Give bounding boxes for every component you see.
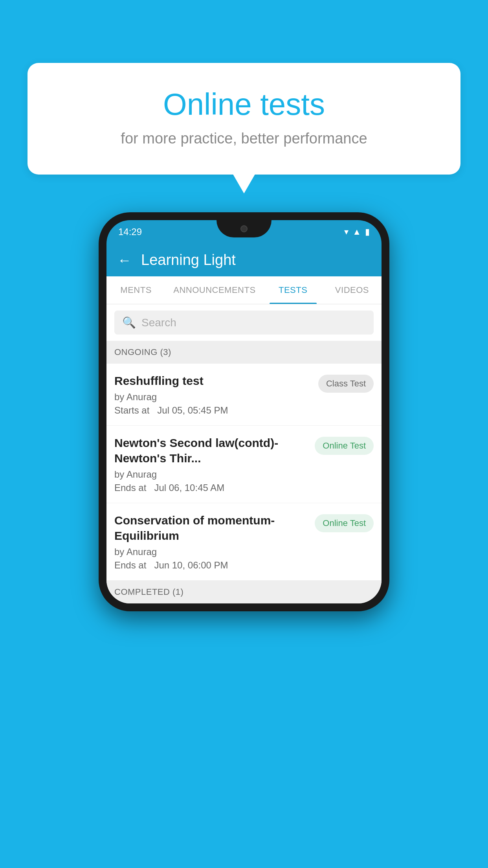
speech-bubble-container: Online tests for more practice, better p… — [28, 63, 460, 175]
bubble-subtitle: for more practice, better performance — [59, 130, 429, 147]
notch-cutout — [216, 220, 272, 237]
test-item-reshuffling[interactable]: Reshuffling test by Anurag Starts at Jul… — [106, 364, 382, 426]
phone-screen: ← Learning Light MENTS ANNOUNCEMENTS TES… — [106, 244, 382, 603]
back-button[interactable]: ← — [117, 252, 132, 268]
tab-tests[interactable]: TESTS — [264, 276, 323, 304]
tab-ments[interactable]: MENTS — [106, 276, 165, 304]
test-badge-newtons: Online Test — [315, 437, 374, 455]
test-author-reshuffling: by Anurag — [114, 392, 312, 403]
battery-icon: ▮ — [365, 227, 370, 237]
test-item-conservation[interactable]: Conservation of momentum-Equilibrium by … — [106, 503, 382, 581]
test-name-conservation: Conservation of momentum-Equilibrium — [114, 513, 308, 543]
tabs-container: MENTS ANNOUNCEMENTS TESTS VIDEOS — [106, 276, 382, 304]
status-bar: 14:29 ▾ ▲ ▮ — [106, 220, 382, 244]
status-icons: ▾ ▲ ▮ — [344, 227, 370, 237]
app-header: ← Learning Light — [106, 244, 382, 276]
tab-videos[interactable]: VIDEOS — [323, 276, 382, 304]
bubble-title: Online tests — [59, 86, 429, 122]
test-name-newtons: Newton's Second law(contd)-Newton's Thir… — [114, 435, 308, 466]
camera — [240, 225, 248, 232]
section-completed-header: COMPLETED (1) — [106, 581, 382, 603]
signal-icon: ▲ — [352, 227, 361, 237]
status-time: 14:29 — [118, 226, 142, 237]
test-item-reshuffling-content: Reshuffling test by Anurag Starts at Jul… — [114, 373, 318, 416]
app-header-title: Learning Light — [141, 252, 236, 268]
test-time-conservation: Ends at Jun 10, 06:00 PM — [114, 560, 308, 571]
test-item-newtons[interactable]: Newton's Second law(contd)-Newton's Thir… — [106, 426, 382, 503]
search-placeholder: Search — [141, 316, 176, 329]
test-author-newtons: by Anurag — [114, 469, 308, 480]
phone-wrapper: 14:29 ▾ ▲ ▮ ← Learning Light MENTS ANNOU… — [99, 212, 389, 611]
search-input-wrapper[interactable]: 🔍 Search — [114, 311, 374, 335]
search-container: 🔍 Search — [106, 304, 382, 341]
test-time-newtons: Ends at Jul 06, 10:45 AM — [114, 482, 308, 493]
wifi-icon: ▾ — [344, 227, 349, 237]
test-item-conservation-content: Conservation of momentum-Equilibrium by … — [114, 513, 315, 571]
speech-bubble: Online tests for more practice, better p… — [28, 63, 460, 175]
tab-announcements[interactable]: ANNOUNCEMENTS — [165, 276, 263, 304]
test-name-reshuffling: Reshuffling test — [114, 373, 312, 388]
search-icon: 🔍 — [122, 316, 136, 329]
test-badge-conservation: Online Test — [315, 514, 374, 532]
test-item-newtons-content: Newton's Second law(contd)-Newton's Thir… — [114, 435, 315, 493]
test-badge-reshuffling: Class Test — [318, 375, 374, 393]
section-ongoing-header: ONGOING (3) — [106, 341, 382, 364]
phone-frame: 14:29 ▾ ▲ ▮ ← Learning Light MENTS ANNOU… — [99, 212, 389, 611]
test-time-reshuffling: Starts at Jul 05, 05:45 PM — [114, 405, 312, 416]
test-author-conservation: by Anurag — [114, 546, 308, 557]
